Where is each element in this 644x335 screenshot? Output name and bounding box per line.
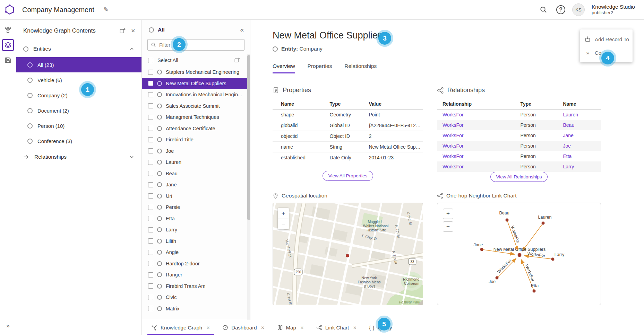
entity-link[interactable]: Joe xyxy=(561,141,601,151)
relationship-link[interactable]: WorksFor xyxy=(437,130,519,141)
close-panel-icon[interactable]: ✕ xyxy=(131,28,135,34)
entities-section-header[interactable]: Entities xyxy=(16,41,141,57)
node-etta[interactable] xyxy=(533,290,536,293)
zoom-in-button[interactable]: + xyxy=(443,209,453,219)
tab-overview[interactable]: Overview xyxy=(273,63,295,73)
entity-type-vehicle[interactable]: Vehicle (6) xyxy=(16,72,141,88)
list-item[interactable]: Joe xyxy=(142,146,250,157)
zoom-out-button[interactable]: − xyxy=(443,221,453,232)
relationship-link[interactable]: WorksFor xyxy=(437,151,519,161)
link-chart[interactable]: + − xyxy=(437,203,601,305)
tab-properties[interactable]: Properties xyxy=(308,63,332,73)
list-item[interactable]: Angie xyxy=(142,247,250,258)
list-item[interactable]: Civic xyxy=(142,292,250,303)
map-resize-handle[interactable] xyxy=(418,300,423,305)
list-item[interactable]: Managment Techniques xyxy=(142,112,250,123)
relationship-link[interactable]: WorksFor xyxy=(437,109,519,120)
checkbox[interactable] xyxy=(148,81,153,86)
list-item[interactable]: Jane xyxy=(142,179,250,191)
checkbox[interactable] xyxy=(148,115,153,120)
relationship-link[interactable]: WorksFor xyxy=(437,141,519,151)
list-item[interactable]: Staplers Mechanical Engineering xyxy=(142,67,250,78)
center-node[interactable] xyxy=(518,253,522,257)
close-tab-icon[interactable]: ✕ xyxy=(261,325,265,330)
checkbox[interactable] xyxy=(148,160,153,165)
zoom-in-button[interactable]: + xyxy=(278,208,289,219)
list-item[interactable]: Firebird Trans Am xyxy=(142,281,250,292)
tab-map[interactable]: Map ✕ xyxy=(271,320,310,335)
checkbox[interactable] xyxy=(148,103,153,108)
entity-link[interactable]: Larry xyxy=(561,161,601,172)
search-button[interactable] xyxy=(538,4,549,16)
relationship-link[interactable]: WorksFor xyxy=(437,120,519,130)
list-item[interactable]: Matrix xyxy=(142,303,250,315)
checkbox[interactable] xyxy=(148,193,153,199)
map-marker[interactable] xyxy=(346,254,349,257)
list-item[interactable]: Firebird Title xyxy=(142,134,250,146)
close-tab-icon[interactable]: ✕ xyxy=(300,325,304,330)
save-tool-button[interactable] xyxy=(2,54,14,66)
select-all-checkbox[interactable] xyxy=(148,58,153,63)
entity-type-person[interactable]: Person (10) xyxy=(16,118,141,133)
checkbox[interactable] xyxy=(148,238,153,244)
list-item-selected[interactable]: New Metal Office Suppliers xyxy=(142,78,250,89)
node-joe[interactable] xyxy=(496,276,499,280)
checkbox[interactable] xyxy=(148,272,153,277)
zoom-out-button[interactable]: − xyxy=(278,219,289,229)
relationship-link[interactable]: WorksFor xyxy=(437,161,519,172)
relationships-section-header[interactable]: Relationships xyxy=(16,149,141,165)
view-all-relationships-button[interactable]: View All Relationships xyxy=(490,172,548,182)
checkbox[interactable] xyxy=(148,250,153,255)
app-logo[interactable] xyxy=(0,5,19,15)
list-item[interactable]: Lauren xyxy=(142,157,250,168)
list-item[interactable]: Larry xyxy=(142,224,250,236)
filter-input[interactable] xyxy=(158,42,241,48)
checkbox[interactable] xyxy=(148,126,153,131)
expand-rail-icon[interactable]: » xyxy=(6,323,9,329)
close-tab-icon[interactable]: ✕ xyxy=(206,325,210,330)
filter-box[interactable] xyxy=(147,39,244,51)
hierarchy-tool-button[interactable] xyxy=(2,24,14,36)
checkbox[interactable] xyxy=(148,70,153,75)
entity-link[interactable]: Jane xyxy=(561,130,601,141)
entity-type-document[interactable]: Document (2) xyxy=(16,103,141,118)
select-all-row[interactable]: Select All xyxy=(142,54,250,67)
list-item[interactable]: Etta xyxy=(142,213,250,224)
entity-type-company[interactable]: Company (2) xyxy=(16,88,141,103)
tab-relationships[interactable]: Relationships xyxy=(344,63,377,73)
collapse-panel-icon[interactable]: « xyxy=(240,26,244,34)
list-item[interactable]: Sales Associate Summit xyxy=(142,100,250,112)
checkbox[interactable] xyxy=(148,205,153,210)
entity-link[interactable]: Etta xyxy=(561,151,601,161)
menu-item-add-record-to[interactable]: Add Record To xyxy=(580,32,633,46)
list-item[interactable]: Attendance Certificate xyxy=(142,123,250,134)
checkbox[interactable] xyxy=(148,283,153,289)
tab-knowledge-graph[interactable]: Knowledge Graph ✕ xyxy=(145,320,216,335)
list-item[interactable]: Hardtop 2-door xyxy=(142,258,250,270)
checkbox[interactable] xyxy=(148,216,153,221)
checkbox[interactable] xyxy=(148,182,153,187)
add-record-button[interactable] xyxy=(234,57,240,63)
list-item[interactable]: Uri xyxy=(142,191,250,202)
node-jane[interactable] xyxy=(480,248,483,251)
view-all-properties-button[interactable]: View All Properties xyxy=(323,171,373,181)
entity-link[interactable]: Beau xyxy=(561,120,601,130)
tab-link-chart[interactable]: Link Chart ✕ xyxy=(310,320,363,335)
checkbox[interactable] xyxy=(148,137,153,142)
checkbox[interactable] xyxy=(148,306,153,311)
avatar[interactable]: KS xyxy=(572,3,585,16)
layers-tool-button[interactable] xyxy=(2,39,14,51)
checkbox[interactable] xyxy=(148,295,153,300)
entity-link[interactable]: Lauren xyxy=(561,109,601,120)
list-item[interactable]: Ranger xyxy=(142,269,250,281)
list-item[interactable]: Innovations in Mechanical Engin... xyxy=(142,89,250,100)
entity-type-conference[interactable]: Conference (3) xyxy=(16,133,141,149)
close-tab-icon[interactable]: ✕ xyxy=(353,325,357,330)
scrollbar-track[interactable] xyxy=(247,54,250,320)
chevron-up-icon[interactable] xyxy=(129,46,135,52)
node-beau[interactable] xyxy=(506,219,509,222)
scrollbar-thumb[interactable] xyxy=(247,55,250,220)
list-item[interactable]: Persie xyxy=(142,202,250,213)
checkbox[interactable] xyxy=(148,92,153,97)
map[interactable]: + − xyxy=(273,203,423,305)
